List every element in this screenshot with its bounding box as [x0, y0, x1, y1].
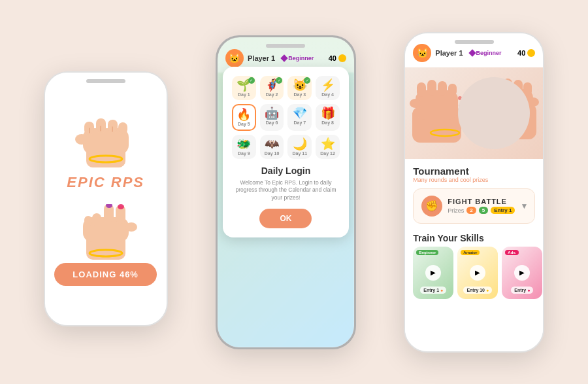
scissors-svg — [70, 204, 142, 263]
claimed-check-3: ✓ — [304, 77, 310, 84]
day-icon-7: 💎 — [293, 107, 307, 119]
day-item-1: 🌱 Day 1 ✓ — [232, 76, 256, 100]
svg-rect-23 — [417, 82, 426, 97]
claimed-check-2: ✓ — [276, 77, 282, 84]
hand-bottom — [70, 204, 142, 263]
day-icon-11: 🌙 — [293, 138, 307, 150]
day-item-3: 😺 Day 3 ✓ — [287, 76, 312, 100]
fist-svg — [70, 112, 142, 171]
player-name-2: Player 1 — [248, 54, 275, 62]
skills-row: Beginner ▶ Entry 1 ● Amator ▶ Entry 10 — [405, 247, 543, 299]
phone3-header: 🐱 Player 1 Beginner 40 — [405, 33, 543, 67]
day-icon-5: 🔥 — [237, 109, 251, 120]
day-item-5: 🔥 Day 5 — [232, 104, 256, 131]
prize-badge-green: 5 — [479, 207, 488, 214]
svg-rect-15 — [92, 213, 101, 226]
skills-title: Train Your Skills — [405, 228, 543, 247]
coin-dot-2 — [338, 54, 346, 62]
main-screen: 🐱 Player 1 Beginner 40 — [405, 33, 543, 351]
day-icon-4: ⚡ — [321, 79, 335, 91]
diamond-icon-3 — [468, 49, 476, 56]
day-icon-10: 🦇 — [265, 138, 279, 150]
svg-point-27 — [410, 99, 421, 108]
coin-count-3: 40 — [517, 49, 535, 57]
phone-notch — [86, 79, 125, 83]
app-title: EPIC RPS — [67, 174, 144, 191]
tournament-section: Tournament Many rounds and cool prizes ✊… — [405, 159, 543, 228]
daily-grid: 🌱 Day 1 ✓ 🦸 Day 2 ✓ 😺 Day 3 ✓ — [232, 76, 340, 159]
skill-card-beginner[interactable]: Beginner ▶ Entry 1 ● — [413, 247, 453, 299]
beginner-badge-3: Beginner — [470, 50, 502, 56]
loading-label: LOADING 46% — [73, 270, 139, 279]
claimed-check-1: ✓ — [248, 77, 255, 84]
skill-card-advanced[interactable]: Adv. ▶ Entry ● — [502, 247, 542, 299]
day-item-6: 🤖 Day 6 — [260, 104, 284, 131]
day-item-10: 🦇 Day 10 — [260, 135, 284, 159]
prizes-label: Prizes — [448, 207, 464, 214]
svg-rect-16 — [84, 216, 92, 226]
svg-rect-37 — [523, 82, 532, 96]
play-btn-advanced[interactable]: ▶ — [514, 265, 530, 281]
day-icon-12: ⭐ — [321, 138, 335, 150]
beginner-level-badge: Beginner — [416, 250, 438, 255]
daily-login-modal: 🌱 Day 1 ✓ 🦸 Day 2 ✓ 😺 Day 3 ✓ — [223, 67, 349, 238]
avatar-2: 🐱 — [225, 49, 244, 67]
advanced-level-badge: Adv. — [505, 250, 519, 255]
entry-badge-beginner: Entry 1 ● — [420, 287, 446, 294]
fight-prizes: Prizes 2 5 Entry 1 — [448, 207, 527, 214]
modal-title: Daily Login — [232, 166, 340, 176]
fight-battle-card[interactable]: ✊ FIGHT BATTLE Prizes 2 5 Entry 1 ▼ — [413, 188, 535, 224]
fight-title: FIGHT BATTLE — [448, 198, 527, 205]
play-btn-beginner[interactable]: ▶ — [425, 265, 441, 281]
ok-button[interactable]: OK — [259, 209, 312, 228]
day-icon-9: 🐲 — [237, 138, 251, 150]
day-item-9: 🐲 Day 9 — [232, 135, 256, 159]
fight-info: FIGHT BATTLE Prizes 2 5 Entry 1 — [448, 198, 527, 214]
day-item-11: 🌙 Day 11 — [287, 135, 312, 159]
svg-rect-26 — [448, 84, 457, 96]
day-item-7: 💎 Day 7 — [287, 104, 312, 131]
day-item-2: 🦸 Day 2 ✓ — [260, 76, 284, 100]
skill-card-amateur[interactable]: Amator ▶ Entry 10 ● — [457, 247, 498, 299]
svg-point-19 — [118, 204, 124, 209]
entry-badge-amateur: Entry 10 ● — [463, 287, 492, 294]
dropdown-arrow: ▼ — [520, 201, 528, 211]
hero-circle — [458, 77, 530, 149]
svg-rect-25 — [438, 81, 447, 96]
svg-point-6 — [75, 134, 88, 145]
svg-rect-5 — [118, 122, 127, 134]
player-name-3: Player 1 — [435, 49, 463, 57]
svg-rect-24 — [427, 80, 436, 96]
tournament-subtitle: Many rounds and cool prizes — [413, 177, 535, 183]
loading-bar: LOADING 46% — [54, 263, 157, 286]
coin-dot-3 — [527, 49, 535, 57]
loading-screen: EPIC RPS — [45, 73, 167, 325]
modal-description: Welcome To Epic RPS. Login to daily prog… — [232, 179, 340, 203]
prize-badge-orange: 2 — [466, 207, 476, 214]
entry-badge: Entry 1 — [491, 207, 515, 214]
day-icon-8: 🎁 — [321, 107, 335, 119]
day-item-8: 🎁 Day 8 — [316, 104, 340, 131]
day-item-4: ⚡ Day 4 — [316, 76, 340, 100]
amateur-level-badge: Amator — [461, 250, 480, 255]
diamond-icon-2 — [281, 54, 288, 61]
avatar-3: 🐱 — [413, 44, 431, 62]
phone-daily-login: 🐱 Player 1 Beginner 40 — [216, 35, 356, 349]
day-item-12: ⭐ Day 12 — [316, 135, 340, 159]
entry-badge-advanced: Entry ● — [511, 287, 533, 294]
hand-top — [70, 112, 142, 171]
day-icon-6: 🤖 — [265, 107, 279, 119]
phone-main: 🐱 Player 1 Beginner 40 — [404, 32, 544, 353]
fight-icon: ✊ — [421, 196, 442, 217]
scene: EPIC RPS — [0, 0, 588, 384]
hero-banner — [405, 67, 543, 159]
beginner-badge-2: Beginner — [282, 55, 314, 61]
play-btn-amateur[interactable]: ▶ — [470, 265, 485, 281]
phone-notch-3 — [455, 40, 494, 44]
phone-notch-2 — [266, 44, 305, 48]
coin-count-2: 40 — [329, 54, 346, 62]
tournament-title: Tournament — [413, 166, 535, 177]
phone-loading: EPIC RPS — [44, 71, 168, 326]
daily-login-screen: 🐱 Player 1 Beginner 40 — [218, 37, 354, 347]
